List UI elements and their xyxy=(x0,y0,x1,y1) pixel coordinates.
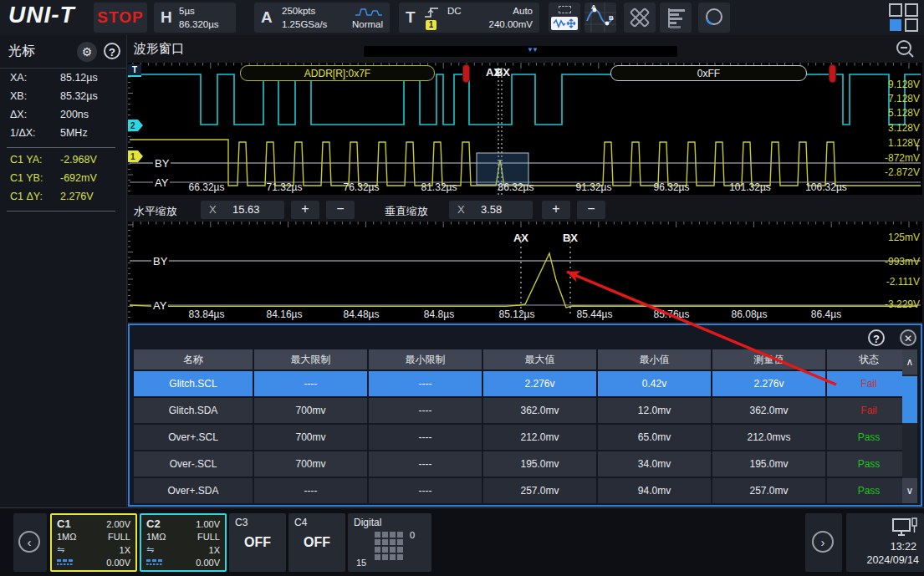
cursor-readout-row: C1 YA:-2.968V xyxy=(0,154,127,171)
table-cell: ---- xyxy=(369,451,482,477)
x-axis-tick-label: 86.08µs xyxy=(732,308,768,320)
x-axis-tick-label: 85.12µs xyxy=(499,308,535,320)
math-tools-button[interactable] xyxy=(624,3,656,33)
table-cell: 212.0mv xyxy=(483,425,596,450)
waveform-select-tool-button[interactable] xyxy=(549,3,580,33)
svg-text:2: 2 xyxy=(130,121,135,130)
digital-channels-button[interactable]: Digital 0 15 xyxy=(348,513,431,572)
channel-c4-button[interactable]: C4 OFF xyxy=(288,513,345,572)
table-header-cell: 状态 xyxy=(827,349,911,370)
run-stop-indicator[interactable]: STOP xyxy=(94,3,147,33)
table-cell: 2.276v xyxy=(483,371,596,396)
c4-name: C4 xyxy=(294,517,307,528)
cursor-by-label: BY xyxy=(153,157,171,170)
table-cell: 34.0mv xyxy=(598,451,711,477)
cursor-readout-row: C1 YB:-692mV xyxy=(0,172,127,189)
trigger-settings-button[interactable]: T 1 DC Auto 240.00mV xyxy=(399,3,539,33)
timeline-position-bar[interactable]: ▼▼ xyxy=(364,46,677,57)
c1-offset-icon xyxy=(57,559,74,567)
cursor-help-icon[interactable]: ? xyxy=(104,43,120,59)
main-waveform-plot[interactable]: 21 T ADDR[R]:0x7F 0xFF AX BX BY AY T 66.… xyxy=(128,63,922,195)
c2-impedance: 1MΩ xyxy=(146,532,166,542)
table-cell: ---- xyxy=(369,398,482,423)
scroll-down-icon[interactable]: ∨ xyxy=(902,478,917,503)
y-axis-scale-label: 7.128V xyxy=(888,93,920,104)
search-loop-button[interactable] xyxy=(698,3,730,33)
panel-close-icon[interactable]: ✕ xyxy=(900,329,916,346)
hzoom-value-box[interactable]: X 15.63 xyxy=(201,201,284,219)
acquire-settings-button[interactable]: A 250kpts 1.25GSa/s Normal xyxy=(254,3,390,33)
hzoom-minus-button[interactable]: − xyxy=(326,201,355,219)
y-axis-scale-label: 1.128V xyxy=(888,137,920,149)
scrollbar-thumb[interactable] xyxy=(902,376,917,423)
table-row[interactable]: Glitch.SDA700mv----362.0mv12.0mv362.0mvF… xyxy=(134,398,911,423)
y-axis-scale-label: 9.128V xyxy=(888,79,920,90)
system-clock-button[interactable]: 13:22 2024/09/14 xyxy=(846,513,924,572)
y-axis-scale-label: -3.229V xyxy=(885,298,920,310)
table-header-cell: 最大值 xyxy=(483,349,596,370)
table-row[interactable]: Glitch.SCL--------2.276v0.42v2.276vFail xyxy=(134,371,911,396)
channel-c3-button[interactable]: C3 OFF xyxy=(229,513,286,572)
zoom-waveform-plot[interactable]: AX BX BY AY 83.84µs84.16µs84.48µs84.8µs8… xyxy=(128,222,922,322)
x-axis-tick-label: 96.32µs xyxy=(654,181,690,193)
table-cell: 212.0mvs xyxy=(712,425,825,450)
cursor-measure-tool-button[interactable]: A B xyxy=(585,3,616,33)
x-axis-tick-label: 84.16µs xyxy=(267,308,303,320)
svg-text:B: B xyxy=(609,14,614,22)
sidebar-title: 光标 xyxy=(8,43,35,60)
c2-name: C2 xyxy=(146,517,161,530)
chevron-left-icon: ‹ xyxy=(18,531,40,553)
digital-last-index: 15 xyxy=(356,558,366,568)
cursor-readout-row: ΔX:200ns xyxy=(0,109,127,125)
cursor-readout-row: XB:85.32µs xyxy=(0,90,127,107)
table-cell: ---- xyxy=(369,478,482,503)
window-layout-button[interactable] xyxy=(889,3,919,35)
y-axis-scale-label: 125mV xyxy=(888,232,920,243)
memory-depth-value: 250kpts xyxy=(282,6,315,16)
top-toolbar: UNI-T STOP H 5µs 86.320µs A 250kpts 1.25… xyxy=(0,0,924,35)
c2-scale: 1.00V xyxy=(196,519,220,529)
trigger-position-marker[interactable]: T xyxy=(128,64,141,77)
channel-c2-button[interactable]: C21.00V 1MΩFULL ⇋1X 0.00V xyxy=(140,513,227,572)
c1-offset: 0.00V xyxy=(106,558,130,568)
vzoom-prefix: X xyxy=(457,203,465,216)
c2-bandwidth: FULL xyxy=(197,532,220,542)
zoom-region-box[interactable] xyxy=(477,153,528,185)
x-axis-tick-label: 85.44µs xyxy=(577,308,613,320)
x-axis-tick-label: 71.32µs xyxy=(267,181,303,193)
table-scrollbar[interactable]: ∧ ∨ xyxy=(902,349,917,503)
zoom-out-icon[interactable] xyxy=(895,38,916,60)
svg-text:A: A xyxy=(591,3,596,11)
horizontal-position-value: 86.320µs xyxy=(179,19,219,29)
table-row[interactable]: Over+.SDA--------257.0mv94.0mv257.0mvPas… xyxy=(134,478,911,503)
vzoom-value-box[interactable]: X 3.58 xyxy=(449,201,533,219)
channels-scroll-right-button[interactable]: › xyxy=(805,513,842,572)
x-axis-tick-label: 81.32µs xyxy=(421,181,457,193)
panel-help-icon[interactable]: ? xyxy=(868,329,885,346)
vzoom-plus-button[interactable]: + xyxy=(542,201,570,219)
scroll-up-icon[interactable]: ∧ xyxy=(902,349,917,375)
table-cell: 2.276v xyxy=(712,371,825,396)
table-header-cell: 最小限制 xyxy=(369,349,482,370)
vzoom-minus-button[interactable]: − xyxy=(577,201,605,219)
cursor-readout-row: C1 ΔY:2.276V xyxy=(0,191,127,207)
brand-logo: UNI-T xyxy=(8,2,75,28)
horizontal-settings-button[interactable]: H 5µs 86.320µs xyxy=(154,3,236,33)
c3-name: C3 xyxy=(235,517,248,528)
channel-c1-button[interactable]: C12.00V 1MΩFULL ⇋1X 0.00V xyxy=(50,513,137,572)
results-list-button[interactable] xyxy=(660,3,692,33)
table-cell: 700mv xyxy=(254,451,367,477)
y-axis-scale-label: 5.128V xyxy=(888,107,920,119)
svg-text:1: 1 xyxy=(130,152,135,161)
channels-scroll-left-button[interactable]: ‹ xyxy=(13,513,47,572)
timeline-marker-icon[interactable]: ▼▼ xyxy=(527,46,537,54)
cursor-settings-gear-icon[interactable]: ⚙ xyxy=(77,42,97,62)
table-cell: ---- xyxy=(254,478,367,503)
x-axis-tick-label: 86.4µs xyxy=(811,308,841,320)
trigger-label: T xyxy=(406,8,416,27)
limit-test-panel: ? ✕ 名称最大限制最小限制最大值最小值测量值状态Glitch.SCL-----… xyxy=(128,324,922,507)
table-row[interactable]: Over+.SCL700mv----212.0mv65.0mv212.0mvsP… xyxy=(134,425,911,450)
table-cell: 362.0mv xyxy=(712,398,825,423)
hzoom-plus-button[interactable]: + xyxy=(291,201,319,219)
table-row[interactable]: Over-.SCL700mv----195.0mv34.0mv195.0mvPa… xyxy=(134,451,911,477)
